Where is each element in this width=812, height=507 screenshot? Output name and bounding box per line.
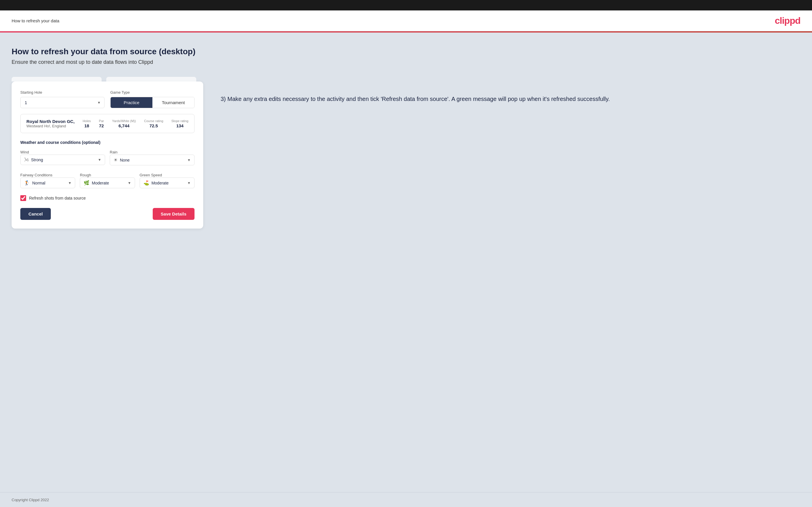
wind-label: Wind — [20, 150, 29, 154]
game-type-group: Game Type Practice Tournament — [110, 90, 195, 108]
refresh-label: Refresh shots from data source — [29, 196, 86, 201]
sidebar-description: 3) Make any extra edits necessary to the… — [221, 94, 800, 104]
weather-section-title: Weather and course conditions (optional) — [20, 140, 195, 145]
green-speed-select[interactable]: ⛳ Moderate ▼ — [140, 177, 195, 188]
header: How to refresh your data clippd — [0, 10, 812, 31]
wind-rain-row: Wind 🌬 Strong ▼ Rain ☀ None ▼ — [20, 149, 195, 165]
rain-label: Rain — [110, 150, 117, 154]
course-rating-value: 72.5 — [150, 123, 158, 128]
sidebar-text: 3) Make any extra edits necessary to the… — [221, 77, 800, 104]
game-type-label: Game Type — [110, 90, 195, 95]
wind-select[interactable]: 🌬 Strong ▼ — [20, 155, 105, 165]
yards-value: 6,744 — [118, 123, 130, 128]
rain-icon: ☀ — [113, 157, 117, 163]
course-info: Royal North Devon GC, Westward Ho!, Engl… — [27, 119, 77, 128]
yards-stat: Yards/White (M)) 6,744 — [112, 119, 136, 128]
content-area: Starting Hole 1 ▼ Game Type Practice To — [12, 77, 800, 229]
starting-hole-group: Starting Hole 1 ▼ — [20, 90, 104, 108]
holes-label: Holes — [83, 119, 91, 123]
fairway-select[interactable]: 🏌 Normal ▼ — [20, 177, 75, 188]
logo: clippd — [775, 15, 800, 26]
practice-button[interactable]: Practice — [111, 97, 152, 108]
page-subheading: Ensure the correct and most up to date d… — [12, 59, 800, 65]
wind-group: Wind 🌬 Strong ▼ — [20, 149, 105, 165]
starting-hole-label: Starting Hole — [20, 90, 104, 95]
footer-copyright: Copyright Clippd 2022 — [12, 498, 49, 502]
course-name: Royal North Devon GC, — [27, 119, 77, 124]
starting-hole-select[interactable]: 1 — [20, 97, 104, 108]
form-card: Starting Hole 1 ▼ Game Type Practice To — [12, 81, 203, 229]
par-stat: Par 72 — [99, 119, 104, 128]
fairway-group: Fairway Conditions 🏌 Normal ▼ — [20, 172, 75, 188]
green-speed-label: Green Speed — [140, 173, 162, 177]
button-row: Cancel Save Details — [20, 208, 195, 220]
par-value: 72 — [99, 123, 104, 128]
course-location: Westward Ho!, England — [27, 124, 77, 128]
save-button[interactable]: Save Details — [153, 208, 195, 220]
fairway-value: Normal — [32, 181, 71, 185]
yards-label: Yards/White (M)) — [112, 119, 136, 123]
course-rating-stat: Course rating 72.5 — [144, 119, 163, 128]
rough-select[interactable]: 🌿 Moderate ▼ — [80, 177, 135, 188]
conditions-row: Fairway Conditions 🏌 Normal ▼ Rough 🌿 Mo… — [20, 172, 195, 188]
rain-select[interactable]: ☀ None ▼ — [110, 155, 195, 165]
rough-value: Moderate — [92, 181, 131, 185]
slope-rating-label: Slope rating — [171, 119, 189, 123]
page-heading: How to refresh your data from source (de… — [12, 47, 800, 56]
course-rating-label: Course rating — [144, 119, 163, 123]
starting-hole-select-wrapper[interactable]: 1 ▼ — [20, 97, 104, 108]
green-speed-icon: ⛳ — [143, 180, 149, 186]
slope-rating-value: 134 — [176, 123, 184, 128]
fairway-icon: 🏌 — [24, 180, 30, 186]
rain-value: None — [120, 158, 191, 162]
fairway-label: Fairway Conditions — [20, 173, 53, 177]
green-speed-group: Green Speed ⛳ Moderate ▼ — [140, 172, 195, 188]
par-label: Par — [99, 119, 104, 123]
green-speed-value: Moderate — [152, 181, 191, 185]
holes-value: 18 — [84, 123, 89, 128]
course-row: Royal North Devon GC, Westward Ho!, Engl… — [20, 114, 195, 133]
rough-label: Rough — [80, 173, 91, 177]
tournament-button[interactable]: Tournament — [152, 97, 194, 108]
holes-stat: Holes 18 — [83, 119, 91, 128]
top-bar — [0, 0, 812, 10]
refresh-checkbox-row: Refresh shots from data source — [20, 195, 195, 201]
header-title: How to refresh your data — [12, 18, 59, 23]
form-container: Starting Hole 1 ▼ Game Type Practice To — [12, 77, 203, 229]
wind-value: Strong — [31, 158, 101, 162]
main-content: How to refresh your data from source (de… — [0, 33, 812, 492]
cancel-button[interactable]: Cancel — [20, 208, 51, 220]
game-type-buttons: Practice Tournament — [110, 97, 195, 108]
footer: Copyright Clippd 2022 — [0, 492, 812, 507]
refresh-checkbox[interactable] — [20, 195, 26, 201]
rough-group: Rough 🌿 Moderate ▼ — [80, 172, 135, 188]
slope-rating-stat: Slope rating 134 — [171, 119, 189, 128]
wind-icon: 🌬 — [24, 157, 29, 162]
rain-group: Rain ☀ None ▼ — [110, 149, 195, 165]
rough-icon: 🌿 — [84, 180, 89, 186]
top-form-row: Starting Hole 1 ▼ Game Type Practice To — [20, 90, 195, 108]
course-stats: Holes 18 Par 72 Yards/White (M)) 6,744 — [83, 119, 189, 128]
